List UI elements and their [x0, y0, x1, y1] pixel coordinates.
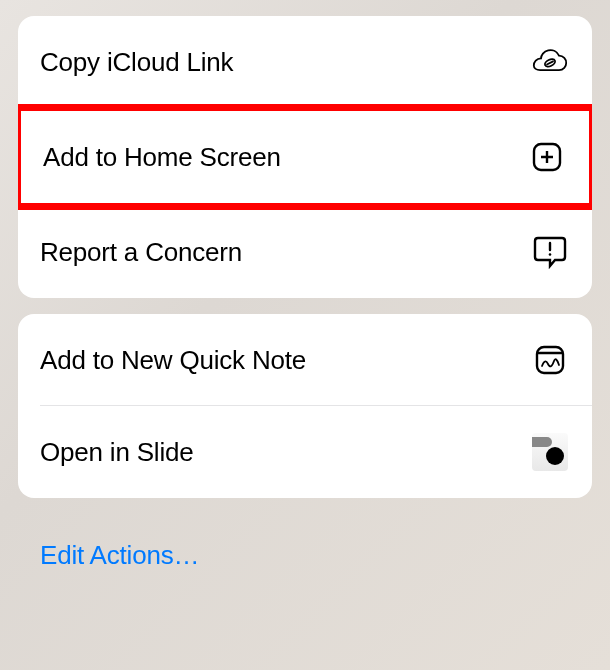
svg-point-6 — [549, 253, 552, 256]
share-sheet-group-2: Add to New Quick Note Open in Slide — [18, 314, 592, 498]
share-sheet-group-1: Copy iCloud Link Add to Home Screen Repo… — [18, 16, 592, 298]
quick-note-icon — [532, 342, 568, 378]
menu-item-label: Copy iCloud Link — [40, 47, 233, 78]
svg-rect-7 — [537, 347, 563, 373]
edit-actions-label: Edit Actions… — [40, 540, 199, 570]
menu-item-report-concern[interactable]: Report a Concern — [18, 206, 592, 298]
add-square-icon — [529, 139, 565, 175]
menu-item-open-in-slide[interactable]: Open in Slide — [18, 406, 592, 498]
menu-item-label: Open in Slide — [40, 437, 194, 468]
menu-item-add-to-home-screen[interactable]: Add to Home Screen — [21, 111, 589, 203]
menu-item-label: Report a Concern — [40, 237, 242, 268]
report-speech-icon — [532, 234, 568, 270]
menu-item-label: Add to Home Screen — [43, 142, 281, 173]
highlight-annotation: Add to Home Screen — [18, 104, 592, 210]
menu-item-copy-icloud-link[interactable]: Copy iCloud Link — [18, 16, 592, 108]
menu-item-add-quick-note[interactable]: Add to New Quick Note — [18, 314, 592, 406]
cloud-link-icon — [532, 44, 568, 80]
menu-item-label: Add to New Quick Note — [40, 345, 306, 376]
edit-actions-link[interactable]: Edit Actions… — [18, 514, 592, 575]
slide-app-icon — [532, 434, 568, 470]
